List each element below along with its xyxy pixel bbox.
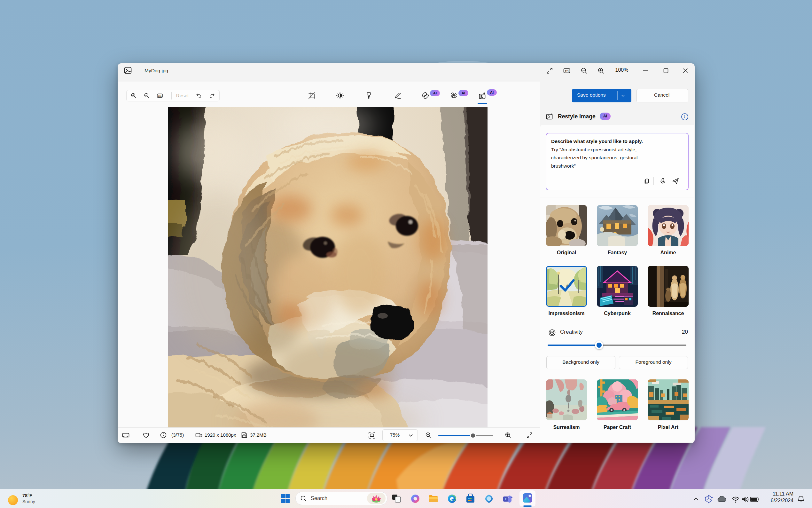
svg-text:T: T: [505, 497, 507, 501]
svg-text:1:1: 1:1: [158, 94, 161, 97]
svg-text:1:1: 1:1: [565, 70, 569, 73]
